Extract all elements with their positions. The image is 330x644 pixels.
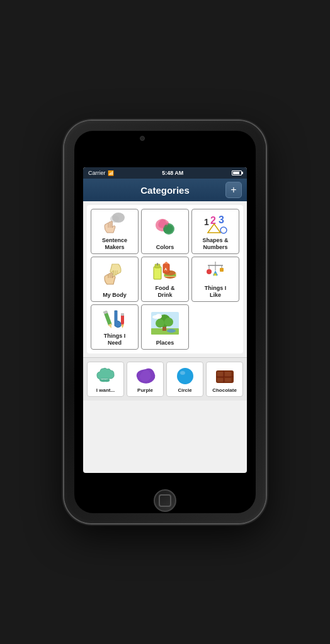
svg-text:A: A [164,267,168,271]
battery-icon [232,170,242,175]
grid-item-things-i-need[interactable]: Things INeed [91,304,139,350]
grid-item-my-body[interactable]: My Body [91,257,139,302]
grid-item-places[interactable]: Places [141,304,189,350]
svg-marker-26 [163,262,169,264]
nav-bar: Categories + [83,179,247,201]
chocolate-label: Chocolate [212,387,237,394]
svg-point-52 [177,368,193,384]
svg-rect-55 [217,372,224,377]
status-left: Carrier 📶 [88,170,114,176]
svg-point-49 [167,329,176,333]
categories-grid: SentenceMakers [91,209,239,350]
things-i-need-icon [93,308,137,331]
tray-item-chocolate[interactable]: Chocolate [206,362,243,397]
grid-item-things-i-like[interactable]: Things ILike [191,257,239,302]
svg-point-53 [180,371,185,375]
colors-label: Colors [156,244,174,251]
grid-item-food-drink[interactable]: A Food &Drink [141,257,189,302]
shapes-numbers-label: Shapes &Numbers [202,237,228,251]
grid-item-colors[interactable]: Colors [141,209,189,254]
categories-grid-area: SentenceMakers [87,205,243,353]
svg-rect-18 [154,267,161,279]
svg-rect-42 [121,313,124,316]
add-button[interactable]: + [225,182,242,198]
screen: Carrier 📶 5:48 AM Categories + [83,167,247,473]
tray-item-i-want[interactable]: I want... [87,362,124,397]
shapes-numbers-icon: 1 2 3 [193,212,237,236]
bottom-tray: I want... Purple [83,357,247,401]
status-time: 5:48 AM [162,170,183,176]
svg-rect-56 [225,372,231,377]
svg-text:2: 2 [210,215,216,226]
sentence-makers-label: SentenceMakers [102,237,127,251]
svg-marker-41 [121,325,124,328]
wifi-icon: 📶 [108,170,114,176]
svg-rect-57 [217,378,224,382]
home-button[interactable] [154,489,176,512]
food-drink-icon: A [143,260,187,284]
my-body-icon [93,260,137,291]
nav-title: Categories [105,185,225,196]
things-i-like-icon [193,260,237,284]
svg-point-33 [207,269,212,274]
svg-text:3: 3 [219,214,224,225]
sentence-makers-icon [93,212,137,236]
food-drink-label: Food &Drink [156,285,175,299]
battery-fill [233,172,239,174]
things-i-need-label: Things INeed [104,333,126,347]
svg-point-11 [220,227,227,233]
colors-icon [143,212,187,243]
tray-item-circle[interactable]: Circle [166,362,203,397]
status-right [232,170,242,175]
phone-screen-area: Carrier 📶 5:48 AM Categories + [74,131,256,513]
grid-item-sentence-makers[interactable]: SentenceMakers [91,209,139,254]
svg-rect-58 [225,378,231,382]
circle-icon [174,365,196,387]
i-want-icon [94,365,118,387]
svg-point-47 [156,319,164,328]
my-body-label: My Body [103,292,127,299]
svg-marker-36 [213,272,217,276]
purple-label: Purple [137,387,153,394]
places-label: Places [156,340,174,347]
chocolate-icon [213,365,236,387]
svg-point-51 [156,314,162,319]
i-want-label: I want... [96,387,115,394]
tray-item-purple[interactable]: Purple [127,362,164,397]
svg-rect-35 [220,268,224,272]
places-icon [143,308,187,338]
things-i-like-label: Things ILike [205,285,227,299]
carrier-label: Carrier [88,170,106,176]
purple-icon [134,365,157,387]
grid-item-shapes-numbers[interactable]: 1 2 3 Shapes &Numbers [191,209,239,254]
status-bar: Carrier 📶 5:48 AM [83,167,247,179]
svg-point-48 [164,318,173,326]
camera [140,136,145,141]
phone-frame: Carrier 📶 5:48 AM Categories + [64,121,266,523]
circle-label: Circle [178,387,191,394]
svg-text:1: 1 [204,217,209,227]
